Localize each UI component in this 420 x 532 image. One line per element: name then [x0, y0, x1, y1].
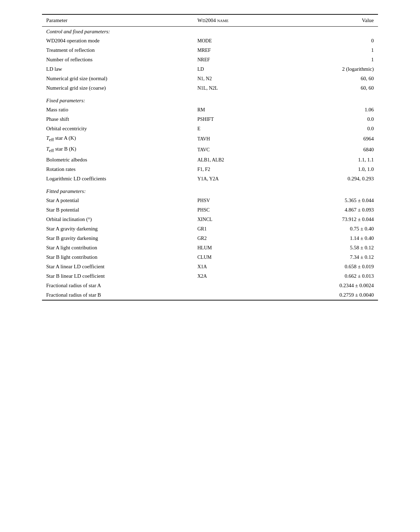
header-parameter: Parameter [42, 14, 193, 27]
section-header-fitted: Fitted parameters: [42, 184, 378, 196]
value-cell: 1 [294, 46, 378, 55]
value-cell: 0.658 ± 0.019 [294, 262, 378, 271]
param-cell: Phase shift [42, 115, 193, 124]
value-cell: 60, 60 [294, 74, 378, 83]
param-cell: Rotation rates [42, 165, 193, 174]
table-row: Star A linear LD coefficientX1A0.658 ± 0… [42, 262, 378, 271]
table-row: LD lawLD2 (logarithmic) [42, 64, 378, 74]
table-row: Logarithmic LD coefficientsY1A, Y2A0.294… [42, 174, 378, 184]
section-header-control: Control and fixed parameters: [42, 27, 378, 36]
section-label-control: Control and fixed parameters: [42, 27, 378, 36]
wd2004name-cell [193, 290, 294, 300]
wd2004name-cell: MREF [193, 46, 294, 55]
wd2004name-cell: Y1A, Y2A [193, 174, 294, 184]
wd2004name-cell: PSHIFT [193, 115, 294, 124]
value-cell: 2 (logarithmic) [294, 64, 378, 74]
wd2004name-cell: XINCL [193, 215, 294, 224]
wd2004name-cell: GR1 [193, 224, 294, 234]
table-container: Parameter WD2004 name Value Control and … [42, 14, 378, 300]
table-row: Star A potentialPHSV5.365 ± 0.044 [42, 196, 378, 205]
value-cell: 1.1, 1.1 [294, 155, 378, 165]
param-cell: Star B linear LD coefficient [42, 271, 193, 281]
value-cell: 0.662 ± 0.013 [294, 271, 378, 281]
param-cell: Numerical grid size (coarse) [42, 83, 193, 93]
wd2004name-cell: PHSV [193, 196, 294, 205]
param-cell: Star A potential [42, 196, 193, 205]
table-row: Star B light contributionCLUM7.34 ± 0.12 [42, 253, 378, 262]
param-cell: LD law [42, 64, 193, 74]
table-row: Star B gravity darkeningGR21.14 ± 0.40 [42, 234, 378, 243]
table-row: Star B linear LD coefficientX2A0.662 ± 0… [42, 271, 378, 281]
table-row: Star A gravity darkeningGR10.75 ± 0.40 [42, 224, 378, 234]
table-row: Numerical grid size (normal)N1, N260, 60 [42, 74, 378, 83]
value-cell: 0.2759 ± 0.0040 [294, 290, 378, 300]
param-cell: Treatment of reflection [42, 46, 193, 55]
table-row: Phase shiftPSHIFT0.0 [42, 115, 378, 124]
param-cell: Star A gravity darkening [42, 224, 193, 234]
parameters-table: Parameter WD2004 name Value Control and … [42, 14, 378, 300]
param-cell: Star B potential [42, 205, 193, 215]
param-cell: Numerical grid size (normal) [42, 74, 193, 83]
param-cell: Number of reflections [42, 55, 193, 64]
wd2004name-cell: X1A [193, 262, 294, 271]
value-cell: 1.14 ± 0.40 [294, 234, 378, 243]
value-cell: 6840 [294, 144, 378, 155]
param-cell: Star A linear LD coefficient [42, 262, 193, 271]
param-cell: Orbital inclination (°) [42, 215, 193, 224]
wd2004name-cell: RM [193, 105, 294, 115]
table-row: WD2004 operation modeMODE0 [42, 36, 378, 46]
value-cell: 0.0 [294, 115, 378, 124]
value-cell: 1.0, 1.0 [294, 165, 378, 174]
param-cell: Star B gravity darkening [42, 234, 193, 243]
param-cell: Teff star A (K) [42, 133, 193, 144]
value-cell: 1 [294, 55, 378, 64]
wd2004name-cell: TAVC [193, 144, 294, 155]
param-cell: Logarithmic LD coefficients [42, 174, 193, 184]
param-cell: WD2004 operation mode [42, 36, 193, 46]
wd2004name-cell: CLUM [193, 253, 294, 262]
wd2004name-cell: LD [193, 64, 294, 74]
table-row: Fractional radius of star B0.2759 ± 0.00… [42, 290, 378, 300]
table-row: Teff star A (K)TAVH6964 [42, 133, 378, 144]
wd2004name-cell: NREF [193, 55, 294, 64]
header-value: Value [294, 14, 378, 27]
wd2004name-cell: X2A [193, 271, 294, 281]
table-row: Fractional radius of star A0.2344 ± 0.00… [42, 281, 378, 290]
param-cell: Bolometric albedos [42, 155, 193, 165]
table-row: Bolometric albedosALB1, ALB21.1, 1.1 [42, 155, 378, 165]
value-cell: 1.06 [294, 105, 378, 115]
table-row: Star A light contributionHLUM5.58 ± 0.12 [42, 243, 378, 253]
header-wd2004-text: WD2004 name [197, 18, 229, 23]
value-cell: 7.34 ± 0.12 [294, 253, 378, 262]
value-cell: 0.2344 ± 0.0024 [294, 281, 378, 290]
param-cell: Teff star B (K) [42, 144, 193, 155]
table-row: Mass ratioRM1.06 [42, 105, 378, 115]
table-row: Numerical grid size (coarse)N1L, N2L60, … [42, 83, 378, 93]
value-cell: 5.365 ± 0.044 [294, 196, 378, 205]
value-cell: 60, 60 [294, 83, 378, 93]
wd2004name-cell: ALB1, ALB2 [193, 155, 294, 165]
table-row: Teff star B (K)TAVC6840 [42, 144, 378, 155]
wd2004name-cell: HLUM [193, 243, 294, 253]
value-cell: 0.294, 0.293 [294, 174, 378, 184]
param-cell: Star A light contribution [42, 243, 193, 253]
wd2004name-cell: N1L, N2L [193, 83, 294, 93]
section-label-fixed: Fixed parameters: [42, 93, 378, 105]
wd2004name-cell: MODE [193, 36, 294, 46]
param-cell: Star B light contribution [42, 253, 193, 262]
param-cell: Fractional radius of star B [42, 290, 193, 300]
table-row: Treatment of reflectionMREF1 [42, 46, 378, 55]
wd2004name-cell: F1, F2 [193, 165, 294, 174]
wd2004name-cell: E [193, 124, 294, 133]
value-cell: 4.867 ± 0.093 [294, 205, 378, 215]
value-cell: 5.58 ± 0.12 [294, 243, 378, 253]
section-header-fixed: Fixed parameters: [42, 93, 378, 105]
wd2004name-cell: PHSC [193, 205, 294, 215]
wd2004name-cell: TAVH [193, 133, 294, 144]
header-wd2004name: WD2004 name [193, 14, 294, 27]
value-cell: 6964 [294, 133, 378, 144]
value-cell: 0 [294, 36, 378, 46]
param-cell: Fractional radius of star A [42, 281, 193, 290]
value-cell: 0.0 [294, 124, 378, 133]
param-cell: Orbital eccentricity [42, 124, 193, 133]
